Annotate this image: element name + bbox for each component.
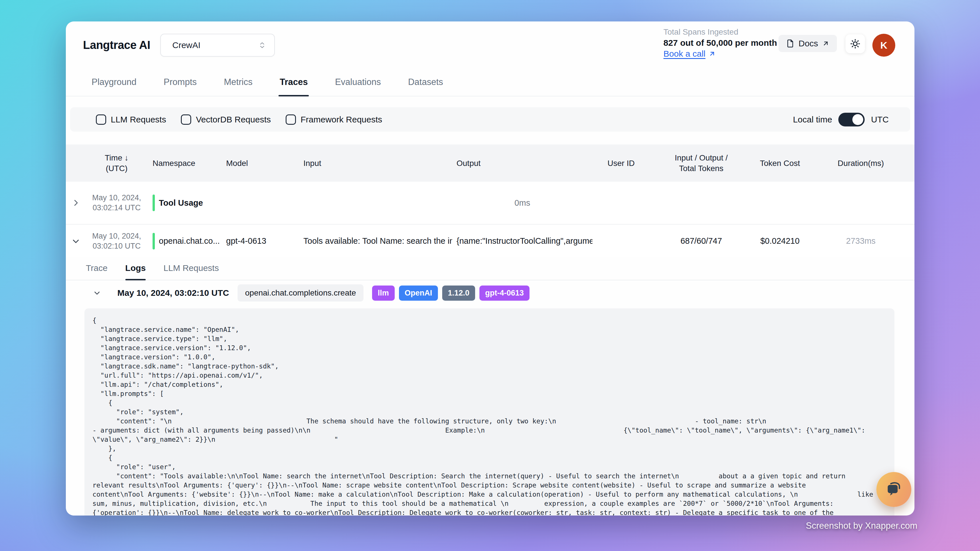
filter-llm-requests[interactable]: LLM Requests xyxy=(96,114,166,125)
col-time[interactable]: Time ↓(UTC) xyxy=(86,152,147,174)
filter-vectordb-requests[interactable]: VectorDB Requests xyxy=(181,114,271,125)
row-time: May 10, 2024,03:02:10 UTC xyxy=(86,231,147,251)
external-link-arrow-icon xyxy=(822,40,829,47)
code-line: "langtrace.version": "1.0.0", xyxy=(92,353,886,362)
row-model: gpt-4-0613 xyxy=(222,236,295,246)
detail-tabs: Trace Logs LLM Requests xyxy=(66,257,915,280)
tab-traces[interactable]: Traces xyxy=(280,77,308,96)
log-entry-header[interactable]: May 10, 2024, 03:02:10 UTC openai.chat.c… xyxy=(66,280,915,305)
code-line: { xyxy=(92,453,886,462)
tab-playground[interactable]: Playground xyxy=(92,77,137,96)
col-token-cost: Token Cost xyxy=(753,158,807,168)
tab-evaluations[interactable]: Evaluations xyxy=(335,77,381,96)
code-line: relevant results\nTool Arguments: {'quer… xyxy=(92,481,886,490)
code-line: "llm.prompts": [ xyxy=(92,389,886,398)
checkbox-llm-requests[interactable] xyxy=(96,114,106,125)
col-output: Output xyxy=(452,158,592,168)
filter-framework-requests[interactable]: Framework Requests xyxy=(286,114,382,125)
local-time-label: Local time xyxy=(793,115,832,124)
code-line: "langtrace.service.name": "OpenAI", xyxy=(92,325,886,334)
status-bar xyxy=(153,233,155,249)
trace-table-header: Time ↓(UTC) Namespace Model Input Output… xyxy=(66,144,915,182)
docs-button[interactable]: Docs xyxy=(778,35,837,52)
watermark: Screenshot by Xnapper.com xyxy=(806,521,917,531)
checkbox-label: LLM Requests xyxy=(111,115,166,124)
code-line: }, xyxy=(92,444,886,453)
col-duration: Duration(ms) xyxy=(807,158,915,168)
log-timestamp: May 10, 2024, 03:02:10 UTC xyxy=(117,288,229,298)
code-line: \"value\", \"arg_name2\": 2}}\n " xyxy=(92,435,886,444)
chevron-down-icon[interactable] xyxy=(66,237,86,246)
code-line: "role": "system", xyxy=(92,407,886,416)
code-line: "llm.api": "/chat/completions", xyxy=(92,380,886,389)
col-user-id: User ID xyxy=(592,158,650,168)
timezone-switch[interactable] xyxy=(838,113,865,127)
theme-toggle-button[interactable] xyxy=(845,34,865,53)
main-nav: Playground Prompts Metrics Traces Evalua… xyxy=(66,67,915,97)
external-link-arrow-icon xyxy=(708,50,716,57)
code-line: "content": "\n The schema should have th… xyxy=(92,416,886,426)
col-input: Input xyxy=(295,158,452,168)
table-row[interactable]: May 10, 2024,03:02:10 UTC openai.chat.co… xyxy=(66,225,915,257)
user-avatar[interactable]: K xyxy=(872,34,895,57)
code-line: "langtrace.service.version": "1.12.0", xyxy=(92,343,886,353)
code-line: content\nTool Arguments: {'website': {}}… xyxy=(92,490,886,499)
project-select[interactable]: CrewAI xyxy=(160,34,275,57)
status-bar xyxy=(153,195,155,211)
spans-ingested-value: 827 out of 50,000 per month xyxy=(663,38,777,48)
usage-summary: Total Spans Ingested 827 out of 50,000 p… xyxy=(663,27,777,59)
app-header: Langtrace AI CrewAI Total Spans Ingested… xyxy=(66,21,915,67)
col-model: Model xyxy=(222,158,295,168)
filter-bar: LLM Requests VectorDB Requests Framework… xyxy=(70,107,910,132)
docs-button-label: Docs xyxy=(799,39,818,48)
project-select-value: CrewAI xyxy=(172,40,200,50)
chevron-up-down-icon xyxy=(258,41,266,49)
tab-logs[interactable]: Logs xyxy=(126,263,146,280)
desktop-background: { "app": { "title": "Langtrace AI", "pro… xyxy=(0,0,980,551)
row-time: May 10, 2024,03:02:14 UTC xyxy=(86,193,147,213)
badge-gpt-4-0613: gpt-4-0613 xyxy=(479,286,530,301)
book-a-call-label: Book a call xyxy=(663,48,706,59)
chevron-right-icon[interactable] xyxy=(66,198,86,207)
code-line: "langtrace.service.type": "llm", xyxy=(92,334,886,343)
row-input: Tools available: Tool Name: search the i… xyxy=(295,236,452,246)
sun-icon xyxy=(850,38,861,49)
badge-list: llmOpenAI1.12.0gpt-4-0613 xyxy=(372,286,530,301)
tab-prompts[interactable]: Prompts xyxy=(164,77,197,96)
row-duration: 2733ms xyxy=(807,236,915,246)
utc-label: UTC xyxy=(871,115,889,124)
app-logo: Langtrace AI xyxy=(83,39,150,51)
tab-llm-requests[interactable]: LLM Requests xyxy=(164,263,219,280)
tab-metrics[interactable]: Metrics xyxy=(224,77,253,96)
row-token-cost: $0.024210 xyxy=(753,236,807,246)
row-tokens: 687/60/747 xyxy=(650,236,753,246)
log-operation-pill: openai.chat.completions.create xyxy=(237,284,363,302)
code-line: { xyxy=(92,316,886,325)
chevron-down-icon[interactable] xyxy=(93,289,101,297)
chat-widget-button[interactable] xyxy=(877,472,911,507)
badge-llm: llm xyxy=(372,286,395,301)
code-line: "langtrace.sdk.name": "langtrace-python-… xyxy=(92,362,886,371)
tab-trace[interactable]: Trace xyxy=(86,263,108,280)
checkbox-label: VectorDB Requests xyxy=(196,115,271,124)
badge-1.12.0: 1.12.0 xyxy=(442,286,475,301)
spans-ingested-label: Total Spans Ingested xyxy=(663,27,777,38)
row-namespace: openai.chat.co... xyxy=(147,233,222,249)
checkbox-framework-requests[interactable] xyxy=(286,114,296,125)
col-tokens: Input / Output /Total Tokens xyxy=(650,152,753,174)
code-line: "url.full": "https://api.openai.com/v1/"… xyxy=(92,371,886,380)
code-line: sum, minus, multiplication, division, et… xyxy=(92,499,886,508)
app-window: Langtrace AI CrewAI Total Spans Ingested… xyxy=(66,21,915,516)
row-output: {name:"InstructorToolCalling",arguments:… xyxy=(452,236,592,246)
code-line: {'operation': {}}\n--\nTool Name: delega… xyxy=(92,508,886,516)
code-line: { xyxy=(92,398,886,407)
book-a-call-link[interactable]: Book a call xyxy=(663,48,777,59)
checkbox-vectordb-requests[interactable] xyxy=(181,114,191,125)
code-line: "content": "Tools available:\n\nTool Nam… xyxy=(92,472,886,481)
row-duration: 0ms xyxy=(452,198,592,208)
table-row[interactable]: May 10, 2024,03:02:14 UTC Tool Usage 0ms xyxy=(66,182,915,225)
tab-datasets[interactable]: Datasets xyxy=(408,77,443,96)
checkbox-label: Framework Requests xyxy=(301,115,382,124)
code-block[interactable]: { "langtrace.service.name": "OpenAI", "l… xyxy=(84,308,894,516)
col-namespace: Namespace xyxy=(147,158,222,168)
